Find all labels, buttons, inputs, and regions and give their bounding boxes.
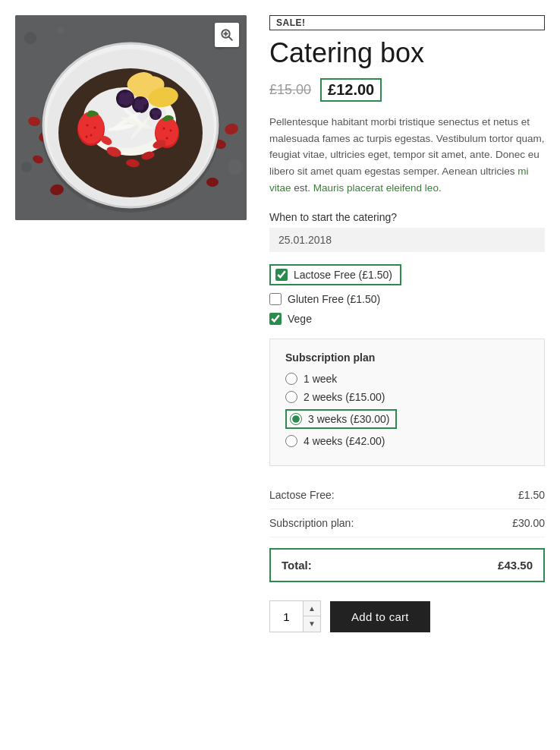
radio-3weeks-input[interactable] xyxy=(290,413,302,425)
radio-1week[interactable]: 1 week xyxy=(285,373,529,385)
svg-point-1 xyxy=(24,32,36,44)
vege-checkbox[interactable] xyxy=(269,313,282,325)
desc-link-2[interactable]: Mauris placerat eleifend leo xyxy=(313,182,439,194)
svg-point-5 xyxy=(21,162,32,172)
price-row: £15.00 £12.00 xyxy=(269,78,545,102)
total-value: £43.50 xyxy=(498,559,533,572)
radio-3weeks[interactable]: 3 weeks (£30.00) xyxy=(285,409,529,429)
sale-badge: SALE! xyxy=(269,15,545,30)
svg-point-12 xyxy=(206,178,219,187)
radio-2weeks[interactable]: 2 weeks (£15.00) xyxy=(285,391,529,403)
gluten-free-option[interactable]: Gluten Free (£1.50) xyxy=(269,293,545,305)
svg-point-29 xyxy=(86,136,88,138)
svg-point-49 xyxy=(134,104,140,109)
product-description: Pellentesque habitant morbi tristique se… xyxy=(269,114,545,196)
subscription-price-row: Subscription plan: £30.00 xyxy=(269,509,545,537)
quantity-down-button[interactable]: ▼ xyxy=(304,616,320,632)
subscription-price-label: Subscription plan: xyxy=(269,517,354,529)
radio-2weeks-input[interactable] xyxy=(285,391,297,403)
gluten-free-label: Gluten Free (£1.50) xyxy=(288,293,380,305)
svg-point-36 xyxy=(166,137,168,140)
quantity-spinners: ▲ ▼ xyxy=(304,601,320,632)
product-info-section: SALE! Catering box £15.00 £12.00 Pellent… xyxy=(269,15,545,632)
total-label: Total: xyxy=(282,559,312,572)
catering-start-label: When to start the catering? xyxy=(269,211,545,223)
gluten-free-checkbox[interactable] xyxy=(269,293,282,305)
lactose-free-option[interactable]: Lactose Free (£1.50) xyxy=(269,264,545,285)
radio-3weeks-label: 3 weeks (£30.00) xyxy=(308,413,389,425)
cart-controls: ▲ ▼ Add to cart xyxy=(269,600,545,632)
radio-1week-input[interactable] xyxy=(285,373,297,385)
lactose-free-label: Lactose Free (£1.50) xyxy=(294,269,392,281)
zoom-icon xyxy=(220,28,234,42)
page-container: SALE! Catering box £15.00 £12.00 Pellent… xyxy=(0,0,560,648)
total-row: Total: £43.50 xyxy=(269,548,545,582)
radio-3weeks-bordered: 3 weeks (£30.00) xyxy=(285,409,397,429)
lactose-price-value: £1.50 xyxy=(518,489,545,501)
svg-point-26 xyxy=(87,124,89,127)
price-sale: £12.00 xyxy=(320,78,382,102)
svg-point-27 xyxy=(94,127,96,129)
quantity-up-button[interactable]: ▲ xyxy=(304,601,320,616)
product-image-bowl xyxy=(15,15,247,220)
vege-label: Vege xyxy=(288,313,312,325)
radio-4weeks-input[interactable] xyxy=(285,435,297,447)
pricing-summary: Lactose Free: £1.50 Subscription plan: £… xyxy=(269,481,545,537)
svg-point-35 xyxy=(170,130,172,132)
svg-point-2 xyxy=(57,27,64,34)
lactose-free-bordered: Lactose Free (£1.50) xyxy=(269,264,401,285)
catering-start-input[interactable] xyxy=(269,228,545,252)
product-title: Catering box xyxy=(269,36,545,69)
svg-point-53 xyxy=(153,115,159,120)
svg-point-28 xyxy=(90,134,93,137)
quantity-wrapper: ▲ ▼ xyxy=(269,600,321,632)
add-to-cart-button[interactable]: Add to cart xyxy=(330,601,430,632)
svg-point-43 xyxy=(118,98,124,104)
price-original: £15.00 xyxy=(269,82,311,98)
product-image-wrapper xyxy=(15,15,247,220)
radio-4weeks[interactable]: 4 weeks (£42.00) xyxy=(285,435,529,447)
lactose-price-label: Lactose Free: xyxy=(269,489,335,501)
lactose-price-row: Lactose Free: £1.50 xyxy=(269,481,545,509)
subscription-box: Subscription plan 1 week 2 weeks (£15.00… xyxy=(269,339,545,466)
svg-point-4 xyxy=(228,159,243,175)
subscription-price-value: £30.00 xyxy=(512,517,545,529)
lactose-free-checkbox[interactable] xyxy=(275,269,288,281)
product-image-section xyxy=(15,15,247,632)
zoom-button[interactable] xyxy=(215,23,239,47)
svg-point-51 xyxy=(152,110,157,115)
svg-point-52 xyxy=(156,110,162,115)
quantity-input[interactable] xyxy=(270,601,304,632)
radio-4weeks-label: 4 weeks (£42.00) xyxy=(304,435,385,447)
vege-option[interactable]: Vege xyxy=(269,313,545,325)
subscription-title: Subscription plan xyxy=(285,351,529,364)
radio-1week-label: 1 week xyxy=(304,373,337,385)
radio-2weeks-label: 2 weeks (£15.00) xyxy=(304,391,385,403)
product-image-svg xyxy=(15,15,247,220)
svg-line-65 xyxy=(229,37,232,40)
svg-point-34 xyxy=(163,128,165,130)
